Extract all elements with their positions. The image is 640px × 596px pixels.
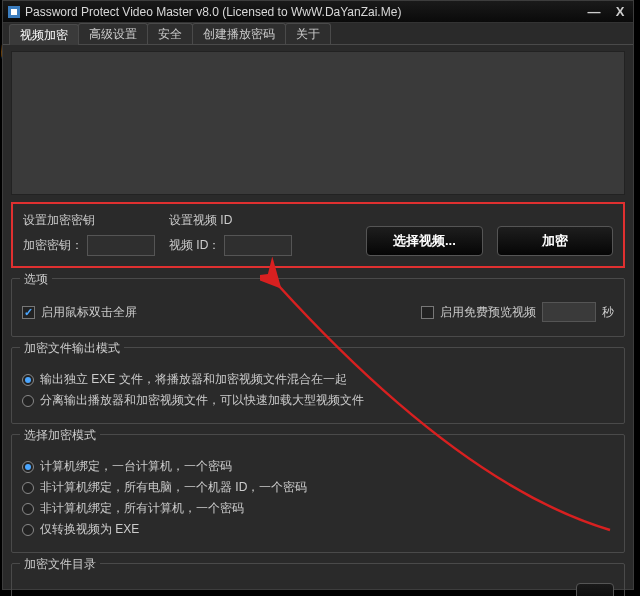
output-mode-section: 加密文件输出模式 输出独立 EXE 文件，将播放器和加密视频文件混合在一起 分离…: [11, 347, 625, 424]
select-video-button[interactable]: 选择视频...: [366, 226, 482, 256]
browse-dir-button[interactable]: ...: [576, 583, 614, 596]
options-section: 选项 启用鼠标双击全屏 启用免费预览视频 秒: [11, 278, 625, 337]
options-title: 选项: [20, 271, 52, 288]
preview-seconds-input[interactable]: [542, 302, 596, 322]
highlighted-settings: 设置加密密钥 加密密钥： 设置视频 ID 视频 ID： 选择视频... 加密: [11, 202, 625, 268]
tab-content: 设置加密密钥 加密密钥： 设置视频 ID 视频 ID： 选择视频... 加密 选…: [3, 45, 633, 596]
tab-create-password[interactable]: 创建播放密码: [192, 23, 286, 44]
mode-allpc-radio[interactable]: [22, 503, 34, 515]
tab-bar: 视频加密 高级设置 安全 创建播放密码 关于: [3, 23, 633, 45]
encrypt-mode-title: 选择加密模式: [20, 427, 100, 444]
app-icon: [7, 5, 21, 19]
output-separate-radio[interactable]: [22, 395, 34, 407]
mode-machineid-radio[interactable]: [22, 482, 34, 494]
output-single-exe-radio[interactable]: [22, 374, 34, 386]
encrypt-mode-section: 选择加密模式 计算机绑定，一台计算机，一个密码 非计算机绑定，所有电脑，一个机器…: [11, 434, 625, 553]
video-id-input[interactable]: [224, 235, 292, 256]
free-preview-label: 启用免费预览视频: [440, 304, 536, 321]
doubleclick-fullscreen-checkbox[interactable]: [22, 306, 35, 319]
seconds-label: 秒: [602, 304, 614, 321]
minimize-button[interactable]: —: [585, 5, 603, 19]
tab-video-encrypt[interactable]: 视频加密: [9, 24, 79, 45]
tab-advanced[interactable]: 高级设置: [78, 23, 148, 44]
tab-security[interactable]: 安全: [147, 23, 193, 44]
key-section-title: 设置加密密钥: [23, 212, 155, 229]
output-single-exe-label: 输出独立 EXE 文件，将播放器和加密视频文件混合在一起: [40, 371, 347, 388]
output-dir-section: 加密文件目录 ...: [11, 563, 625, 596]
mode-pc-bound-label: 计算机绑定，一台计算机，一个密码: [40, 458, 232, 475]
key-label: 加密密钥：: [23, 237, 83, 254]
mode-convert-only-label: 仅转换视频为 EXE: [40, 521, 139, 538]
svg-rect-4: [11, 9, 17, 15]
app-window: Password Protect Video Master v8.0 (Lice…: [2, 0, 634, 590]
mode-machineid-label: 非计算机绑定，所有电脑，一个机器 ID，一个密码: [40, 479, 307, 496]
mode-allpc-label: 非计算机绑定，所有计算机，一个密码: [40, 500, 244, 517]
mode-pc-bound-radio[interactable]: [22, 461, 34, 473]
id-section-title: 设置视频 ID: [169, 212, 292, 229]
encryption-key-input[interactable]: [87, 235, 155, 256]
video-preview-area: [11, 51, 625, 195]
window-title: Password Protect Video Master v8.0 (Lice…: [25, 5, 585, 19]
tab-about[interactable]: 关于: [285, 23, 331, 44]
output-separate-label: 分离输出播放器和加密视频文件，可以快速加载大型视频文件: [40, 392, 364, 409]
doubleclick-fullscreen-label: 启用鼠标双击全屏: [41, 304, 137, 321]
mode-convert-only-radio[interactable]: [22, 524, 34, 536]
free-preview-checkbox[interactable]: [421, 306, 434, 319]
output-mode-title: 加密文件输出模式: [20, 340, 124, 357]
output-dir-title: 加密文件目录: [20, 556, 100, 573]
id-label: 视频 ID：: [169, 237, 220, 254]
encrypt-button[interactable]: 加密: [497, 226, 613, 256]
titlebar: Password Protect Video Master v8.0 (Lice…: [3, 1, 633, 23]
close-button[interactable]: X: [611, 5, 629, 19]
